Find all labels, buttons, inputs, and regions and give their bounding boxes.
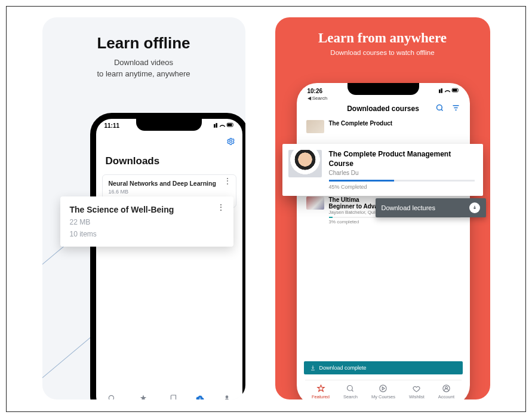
phone-mockup-1: 11:11 Downloads Neural Networks and Deep… (90, 113, 245, 399)
tab-search[interactable]: Search (343, 384, 358, 399)
banner-label: Download complete (319, 365, 367, 371)
download-card-highlight[interactable]: The Science of Well-Being 22 MB 10 items… (60, 196, 233, 247)
tab-explore[interactable]: Explore (105, 394, 118, 399)
phone-notch (348, 83, 419, 95)
bottom-tabbar: Explore Recommended Learn Downloads Prof… (100, 394, 239, 399)
panel2-title: Learn from anywhere (275, 30, 490, 46)
download-icon[interactable] (469, 202, 480, 213)
svg-rect-3 (227, 124, 232, 126)
svg-point-4 (229, 140, 232, 143)
course-row[interactable]: The Complete Product (297, 116, 470, 137)
tab-featured[interactable]: Featured (312, 384, 330, 399)
settings-icon[interactable] (226, 137, 235, 148)
more-icon[interactable]: ⋮ (217, 206, 225, 208)
panel1-subtitle: Download videos to learn anytime, anywhe… (42, 57, 245, 80)
download-complete-banner[interactable]: Download complete (304, 361, 463, 374)
course-size: 16.6 MB (109, 189, 129, 195)
panel1-title: Learn offline (42, 34, 245, 53)
tab-wishlist[interactable]: Wishlist (409, 384, 425, 399)
bottom-tabbar: Featured Search My Courses Wishlist Acco… (305, 380, 462, 399)
svg-rect-0 (214, 124, 216, 128)
instructor-photo (288, 150, 322, 177)
search-icon[interactable] (435, 103, 444, 115)
progress-bar (329, 180, 475, 182)
screenshot-frame: Learn offline Download videos to learn a… (6, 6, 526, 412)
download-lectures-toast[interactable]: Download lectures (376, 198, 486, 217)
page-title: Downloaded courses (347, 105, 419, 113)
course-thumbnail (306, 120, 324, 133)
tab-downloads[interactable]: Downloads (190, 394, 210, 399)
course-title: The Complete Product Management Course (329, 150, 475, 168)
back-label: Search (312, 96, 327, 101)
tab-label: My Courses (371, 394, 395, 399)
filter-icon[interactable] (451, 103, 460, 115)
svg-point-11 (436, 105, 442, 110)
svg-rect-1 (216, 123, 217, 128)
promo-panel-offline: Learn offline Download videos to learn a… (42, 17, 245, 399)
phone-notch (136, 118, 202, 131)
status-time: 11:11 (104, 122, 120, 129)
tab-profile[interactable]: Profile (222, 394, 232, 399)
svg-rect-8 (441, 88, 442, 93)
svg-rect-10 (452, 89, 457, 91)
status-icons (439, 88, 459, 94)
promo-panel-anywhere: Learn from anywhere Download courses to … (275, 17, 490, 399)
course-thumbnail (306, 196, 324, 210)
tab-label: Search (343, 394, 358, 399)
course-title: The Science of Well-Being (70, 205, 224, 214)
svg-point-13 (380, 385, 386, 392)
status-time: 10:26 (307, 88, 323, 94)
tab-mycourses[interactable]: My Courses (371, 384, 395, 399)
progress-label: 3% completed (329, 219, 460, 225)
subtitle-line2: to learn anytime, anywhere (97, 69, 190, 78)
panel2-subtitle: Download courses to watch offline (275, 49, 490, 56)
tab-recommended[interactable]: Recommended (130, 394, 156, 399)
course-title: The Complete Product (329, 120, 393, 127)
toast-label: Download lectures (382, 204, 436, 211)
course-items: 10 items (70, 230, 224, 238)
svg-point-12 (348, 386, 353, 391)
svg-point-5 (109, 395, 114, 399)
tab-learn[interactable]: Learn (168, 394, 179, 399)
more-icon[interactable]: ⋮ (224, 180, 231, 182)
subtitle-line1: Download videos (114, 58, 173, 67)
status-icons (214, 122, 234, 129)
tab-label: Account (438, 394, 454, 399)
progress-label: 45% Completed (329, 184, 475, 190)
downloads-heading: Downloads (96, 129, 242, 172)
phone-mockup-2: 10:26 ◀ Search Downloaded courses The Co… (297, 83, 470, 399)
tab-label: Featured (312, 394, 330, 399)
tab-label: Wishlist (409, 394, 425, 399)
tab-account[interactable]: Account (438, 384, 454, 399)
course-author: Charles Du (329, 170, 475, 176)
course-title: Neural Networks and Deep Learning (109, 180, 230, 187)
svg-point-6 (226, 395, 229, 398)
course-size: 22 MB (70, 218, 224, 226)
back-button[interactable]: ◀ Search (297, 94, 470, 102)
svg-rect-7 (439, 90, 441, 93)
course-card-highlight[interactable]: The Complete Product Management Course C… (282, 144, 483, 196)
